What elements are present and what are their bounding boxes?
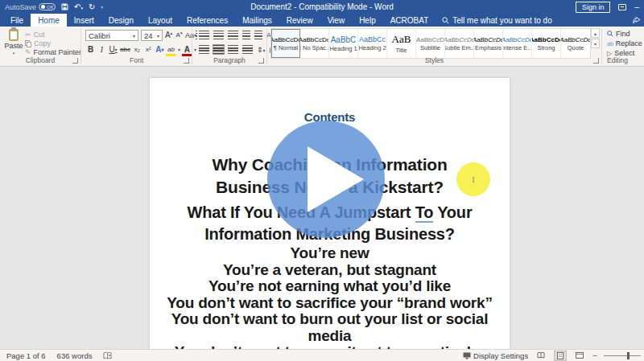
styles-dialog-launcher[interactable] <box>593 58 599 64</box>
bullets-button[interactable] <box>199 31 209 39</box>
tab-design[interactable]: Design <box>101 14 141 27</box>
styles-gallery: AaBbCcDd ¶ Normal AaBbCcDd ¶ No Spac... … <box>270 28 591 59</box>
justify-button[interactable] <box>242 45 253 54</box>
tab-insert[interactable]: Insert <box>67 14 101 27</box>
superscript-button[interactable]: x² <box>144 44 153 55</box>
autosave-state: Off <box>47 5 53 10</box>
increase-indent-button[interactable] <box>254 31 262 39</box>
doc-body-line: You’re a veteran, but stagnant <box>150 262 510 279</box>
read-mode-view-button[interactable] <box>535 351 547 361</box>
style-no-spacing[interactable]: AaBbCcDd ¶ No Spac... <box>300 29 329 58</box>
style-heading-1[interactable]: AaBbC Heading 1 <box>329 29 358 58</box>
redo-icon[interactable]: ↻ <box>89 3 95 11</box>
autosave-label: AutoSave <box>5 3 36 11</box>
highlight-color-button[interactable]: ab <box>167 44 175 55</box>
quick-access-toolbar: AutoSave Off ↶▾ ↻ ▾ <box>0 3 103 11</box>
zoom-slider[interactable] <box>604 355 641 356</box>
align-right-button[interactable] <box>228 45 238 54</box>
sign-in-button[interactable]: Sign in <box>576 2 611 13</box>
share-button[interactable] <box>633 14 642 27</box>
strikethrough-button[interactable]: abc <box>120 44 130 55</box>
subscript-button[interactable]: x₂ <box>133 44 142 55</box>
display-settings-button[interactable]: Display Settings <box>463 351 528 360</box>
paste-dropdown-icon[interactable]: ▾ <box>13 51 15 55</box>
font-dialog-launcher[interactable] <box>184 58 189 64</box>
highlight-dropdown-icon[interactable]: ▾ <box>178 47 180 52</box>
find-icon <box>607 31 613 37</box>
proofing-icon[interactable] <box>103 352 112 359</box>
font-color-button[interactable]: A <box>183 44 192 55</box>
style-heading-2[interactable]: AaBbCc Heading 2 <box>358 29 387 58</box>
copy-button[interactable]: Copy <box>25 39 51 47</box>
text-effects-button[interactable]: A▾ <box>155 44 164 55</box>
clipboard-dialog-launcher[interactable] <box>72 58 78 64</box>
web-layout-view-button[interactable] <box>573 351 586 361</box>
font-family-select[interactable]: Calibri▾ <box>85 30 138 41</box>
minimize-icon[interactable]: – <box>634 2 639 11</box>
font-family-value: Calibri <box>89 31 110 40</box>
tab-home[interactable]: Home <box>31 14 67 27</box>
align-center-button[interactable] <box>213 45 224 54</box>
customize-quick-access-icon[interactable]: ▾ <box>101 5 103 10</box>
tell-me-search[interactable]: Tell me what you want to do <box>442 14 551 27</box>
autosave-dot-icon <box>41 5 45 9</box>
decrease-indent-button[interactable] <box>242 31 250 39</box>
shrink-font-button[interactable]: A▾ <box>175 30 184 40</box>
save-icon[interactable] <box>61 3 68 10</box>
format-painter-button[interactable]: ✎ Format Painter <box>25 48 81 56</box>
style-subtle-emphasis[interactable]: AaBbCcDd Subtle Em... <box>445 29 474 58</box>
tab-file[interactable]: File <box>3 14 31 27</box>
chevron-down-icon: ▾ <box>133 33 135 39</box>
italic-button[interactable]: I <box>97 44 106 55</box>
style-intense-emphasis[interactable]: AaBbCcDd Intense E... <box>503 29 532 58</box>
grow-font-button[interactable]: A▴ <box>164 30 173 40</box>
doc-body-line: You don’t want to sacrifice your “brand … <box>150 295 510 312</box>
replace-icon: ab <box>607 41 613 47</box>
title-bar: AutoSave Off ↶▾ ↻ ▾ Document2 - Compatib… <box>0 0 644 14</box>
paste-clipboard-icon <box>9 29 19 41</box>
zoom-slider-thumb[interactable] <box>627 352 630 359</box>
paragraph-dialog-launcher[interactable] <box>258 58 264 64</box>
align-left-button[interactable] <box>199 45 209 54</box>
find-label: Find <box>616 30 630 38</box>
video-play-button[interactable] <box>267 121 385 238</box>
doc-body-line: You’re not earning what you’d like <box>150 278 510 295</box>
line-spacing-button[interactable]: ⇕▾ <box>257 46 266 54</box>
copy-label: Copy <box>34 39 51 47</box>
styles-scroll-up-icon[interactable]: ▴ <box>591 28 600 38</box>
tab-review[interactable]: Review <box>279 14 320 27</box>
replace-button[interactable]: ab Replace <box>607 39 642 47</box>
cut-button[interactable]: ✂Cut <box>25 31 45 39</box>
search-icon <box>442 17 449 24</box>
tab-references[interactable]: References <box>180 14 235 27</box>
undo-icon[interactable]: ↶▾ <box>74 3 83 11</box>
print-layout-view-button[interactable] <box>554 351 567 361</box>
style-strong[interactable]: AaBbCcDc Strong <box>532 29 561 58</box>
tab-mailings[interactable]: Mailings <box>235 14 279 27</box>
style-quote[interactable]: AaBbCcDd Quote <box>561 29 590 58</box>
bold-button[interactable]: B <box>86 44 95 55</box>
style-title[interactable]: AaB Title <box>387 29 416 58</box>
style-emphasis[interactable]: AaBbCcDd Emphasis <box>474 29 503 58</box>
underline-button[interactable]: U▾ <box>109 44 118 55</box>
zoom-out-button[interactable]: − <box>592 351 597 360</box>
tab-help[interactable]: Help <box>352 14 383 27</box>
styles-gallery-expand-icon[interactable]: ▾ <box>591 39 600 48</box>
styles-group: AaBbCcDd ¶ Normal AaBbCcDd ¶ No Spac... … <box>267 27 601 65</box>
tab-layout[interactable]: Layout <box>141 14 180 27</box>
doc-body-line: You’re new <box>150 245 510 262</box>
style-normal[interactable]: AaBbCcDd ¶ Normal <box>271 29 300 58</box>
word-count[interactable]: 636 words <box>57 351 93 360</box>
font-size-select[interactable]: 24▾ <box>141 30 163 41</box>
page-indicator[interactable]: Page 1 of 6 <box>6 351 46 360</box>
multilevel-list-button[interactable] <box>228 31 238 39</box>
autosave-toggle[interactable]: AutoSave Off <box>5 3 56 11</box>
find-button[interactable]: Find <box>607 30 630 38</box>
share-icon <box>633 16 641 24</box>
ribbon-display-options-icon[interactable] <box>618 4 626 10</box>
chevron-down-icon: ▾ <box>157 33 159 39</box>
style-subtitle[interactable]: AaBbCcD Subtitle <box>416 29 445 58</box>
numbering-button[interactable] <box>213 31 224 39</box>
tab-view[interactable]: View <box>320 14 353 27</box>
tab-acrobat[interactable]: ACROBAT <box>383 14 436 27</box>
